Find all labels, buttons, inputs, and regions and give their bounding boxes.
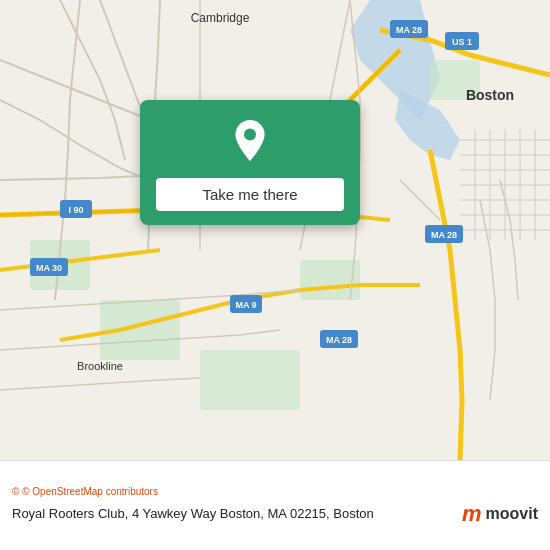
location-text: Royal Rooters Club, 4 Yawkey Way Boston,… — [12, 505, 452, 523]
map-card: Take me there — [140, 100, 360, 225]
location-name: Royal Rooters Club, 4 Yawkey Way Boston,… — [12, 506, 330, 521]
svg-rect-4 — [200, 350, 300, 410]
svg-text:MA 28: MA 28 — [431, 230, 457, 240]
svg-point-25 — [244, 129, 256, 141]
svg-text:Brookline: Brookline — [77, 360, 123, 372]
map-background: MA 28 US 1 MA 28 MA 3 MA 9 MA 28 I 90 MA… — [0, 0, 550, 460]
svg-text:US 1: US 1 — [452, 37, 472, 47]
moovit-m-icon: m — [462, 501, 482, 527]
moovit-wordmark: moovit — [486, 505, 538, 523]
svg-text:MA 30: MA 30 — [36, 263, 62, 273]
svg-text:Boston: Boston — [466, 87, 514, 103]
svg-text:I 90: I 90 — [68, 205, 83, 215]
moovit-logo: m moovit — [462, 501, 538, 527]
svg-text:MA 9: MA 9 — [235, 300, 256, 310]
bottom-bar: © © OpenStreetMap contributors Royal Roo… — [0, 460, 550, 550]
map-container[interactable]: MA 28 US 1 MA 28 MA 3 MA 9 MA 28 I 90 MA… — [0, 0, 550, 460]
copyright-symbol: © — [12, 486, 19, 497]
location-pin-icon — [226, 120, 274, 168]
city-name: Boston — [333, 506, 373, 521]
svg-text:MA 28: MA 28 — [396, 25, 422, 35]
svg-text:MA 28: MA 28 — [326, 335, 352, 345]
take-me-there-button[interactable]: Take me there — [156, 178, 344, 211]
attribution-text: © OpenStreetMap contributors — [22, 486, 158, 497]
svg-text:Cambridge: Cambridge — [191, 11, 250, 25]
location-row: Royal Rooters Club, 4 Yawkey Way Boston,… — [12, 501, 538, 527]
map-attribution: © © OpenStreetMap contributors — [12, 486, 538, 497]
